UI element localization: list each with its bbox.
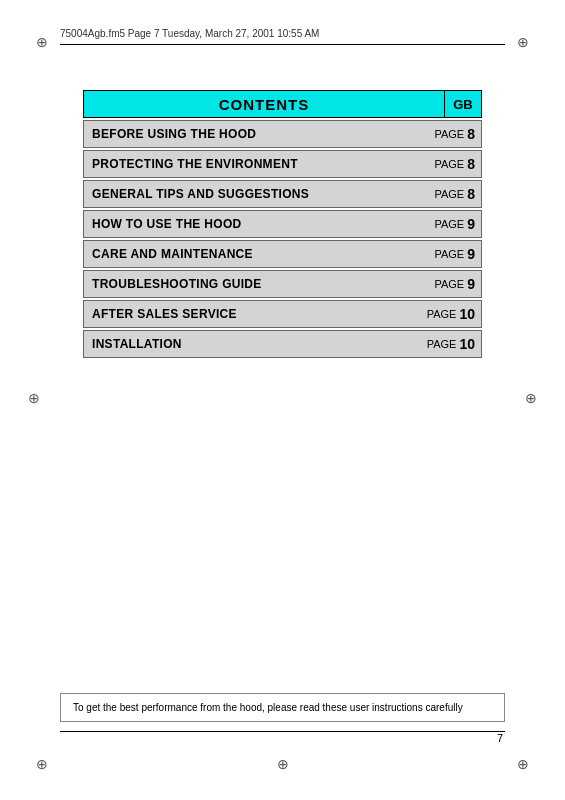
contents-gb: GB <box>444 90 482 118</box>
toc-row-label: GENERAL TIPS AND SUGGESTIONS <box>84 187 423 201</box>
toc-row: PROTECTING THE ENVIRONMENTPAGE8 <box>83 150 482 178</box>
page-word: PAGE <box>434 218 464 230</box>
page-num: 9 <box>467 216 475 232</box>
reg-mark-bottom-center: ⊕ <box>275 756 291 772</box>
reg-mark-bottom-left: ⊕ <box>34 756 50 772</box>
page-num: 9 <box>467 276 475 292</box>
toc-row: GENERAL TIPS AND SUGGESTIONSPAGE8 <box>83 180 482 208</box>
toc-row: INSTALLATIONPAGE10 <box>83 330 482 358</box>
bottom-note: To get the best performance from the hoo… <box>60 693 505 722</box>
toc-row-label: INSTALLATION <box>84 337 423 351</box>
page-num: 8 <box>467 156 475 172</box>
reg-mark-mid-left: ⊕ <box>26 390 42 406</box>
header-divider <box>60 44 505 45</box>
toc-row: HOW TO USE THE HOODPAGE9 <box>83 210 482 238</box>
toc-rows: BEFORE USING THE HOODPAGE8PROTECTING THE… <box>83 120 482 358</box>
page-num: 8 <box>467 186 475 202</box>
contents-header-row: CONTENTS GB <box>83 90 482 118</box>
reg-mark-mid-right: ⊕ <box>523 390 539 406</box>
toc-row-label: AFTER SALES SERVICE <box>84 307 423 321</box>
toc-row-page: PAGE9 <box>423 276 481 292</box>
page-word: PAGE <box>434 128 464 140</box>
toc-row-page: PAGE8 <box>423 186 481 202</box>
page-word: PAGE <box>434 158 464 170</box>
toc-row-page: PAGE10 <box>423 336 481 352</box>
contents-title: CONTENTS <box>83 90 444 118</box>
page-num: 8 <box>467 126 475 142</box>
page-word: PAGE <box>434 278 464 290</box>
toc-row: AFTER SALES SERVICEPAGE10 <box>83 300 482 328</box>
toc-row-page: PAGE9 <box>423 216 481 232</box>
toc-row: BEFORE USING THE HOODPAGE8 <box>83 120 482 148</box>
file-info: 75004Agb.fm5 Page 7 Tuesday, March 27, 2… <box>60 28 319 39</box>
contents-table: CONTENTS GB BEFORE USING THE HOODPAGE8PR… <box>83 90 482 360</box>
toc-row-label: CARE AND MAINTENANCE <box>84 247 423 261</box>
toc-row-label: TROUBLESHOOTING GUIDE <box>84 277 423 291</box>
toc-row-page: PAGE8 <box>423 126 481 142</box>
toc-row-label: BEFORE USING THE HOOD <box>84 127 423 141</box>
toc-row-label: HOW TO USE THE HOOD <box>84 217 423 231</box>
page-num: 10 <box>459 336 475 352</box>
page-num: 9 <box>467 246 475 262</box>
page-number: 7 <box>497 732 503 744</box>
bottom-divider <box>60 731 505 732</box>
page-word: PAGE <box>427 338 457 350</box>
toc-row-page: PAGE8 <box>423 156 481 172</box>
page-container: ⊕ ⊕ 75004Agb.fm5 Page 7 Tuesday, March 2… <box>0 0 565 800</box>
header-bar: 75004Agb.fm5 Page 7 Tuesday, March 27, 2… <box>60 28 505 39</box>
reg-mark-top-right: ⊕ <box>515 34 531 50</box>
page-num: 10 <box>459 306 475 322</box>
page-word: PAGE <box>434 188 464 200</box>
page-word: PAGE <box>434 248 464 260</box>
reg-mark-top-left: ⊕ <box>34 34 50 50</box>
toc-row-page: PAGE10 <box>423 306 481 322</box>
toc-row: CARE AND MAINTENANCEPAGE9 <box>83 240 482 268</box>
toc-row: TROUBLESHOOTING GUIDEPAGE9 <box>83 270 482 298</box>
toc-row-page: PAGE9 <box>423 246 481 262</box>
bottom-note-text: To get the best performance from the hoo… <box>73 702 463 713</box>
reg-mark-bottom-right: ⊕ <box>515 756 531 772</box>
toc-row-label: PROTECTING THE ENVIRONMENT <box>84 157 423 171</box>
page-word: PAGE <box>427 308 457 320</box>
